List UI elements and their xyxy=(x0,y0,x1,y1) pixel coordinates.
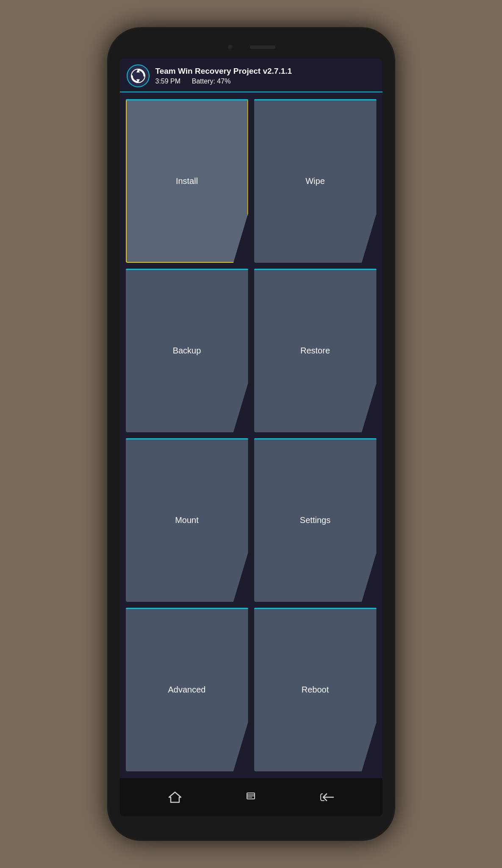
wipe-button[interactable]: Wipe xyxy=(254,99,377,263)
twrp-title: Team Win Recovery Project v2.7.1.1 xyxy=(155,67,292,76)
phone-top-bar xyxy=(116,40,387,58)
install-button[interactable]: Install xyxy=(126,99,248,263)
earpiece-speaker xyxy=(250,45,275,49)
twrp-battery: Battery: 47% xyxy=(192,78,231,85)
reboot-button[interactable]: Reboot xyxy=(254,608,377,771)
front-camera xyxy=(227,44,233,50)
mount-button[interactable]: Mount xyxy=(126,438,248,602)
twrp-status: 3:59 PM Battery: 47% xyxy=(155,78,292,85)
settings-button[interactable]: Settings xyxy=(254,438,377,602)
twrp-info: Team Win Recovery Project v2.7.1.1 3:59 … xyxy=(155,67,292,85)
restore-button[interactable]: Restore xyxy=(254,269,377,432)
back-nav-icon[interactable] xyxy=(317,787,338,808)
menu-nav-icon[interactable] xyxy=(241,787,262,808)
phone-screen: Team Win Recovery Project v2.7.1.1 3:59 … xyxy=(120,58,383,816)
home-nav-icon[interactable] xyxy=(164,787,186,808)
backup-button[interactable]: Backup xyxy=(126,269,248,432)
phone-device: Team Win Recovery Project v2.7.1.1 3:59 … xyxy=(107,27,395,841)
twrp-logo-icon xyxy=(130,68,146,83)
main-grid: Install Wipe Backup Restore Mount Settin… xyxy=(120,92,383,778)
nav-bar xyxy=(120,778,383,816)
advanced-button[interactable]: Advanced xyxy=(126,608,248,771)
twrp-header: Team Win Recovery Project v2.7.1.1 3:59 … xyxy=(120,58,383,92)
svg-marker-3 xyxy=(169,792,181,802)
twrp-logo xyxy=(127,64,150,87)
twrp-time: 3:59 PM xyxy=(155,78,181,85)
